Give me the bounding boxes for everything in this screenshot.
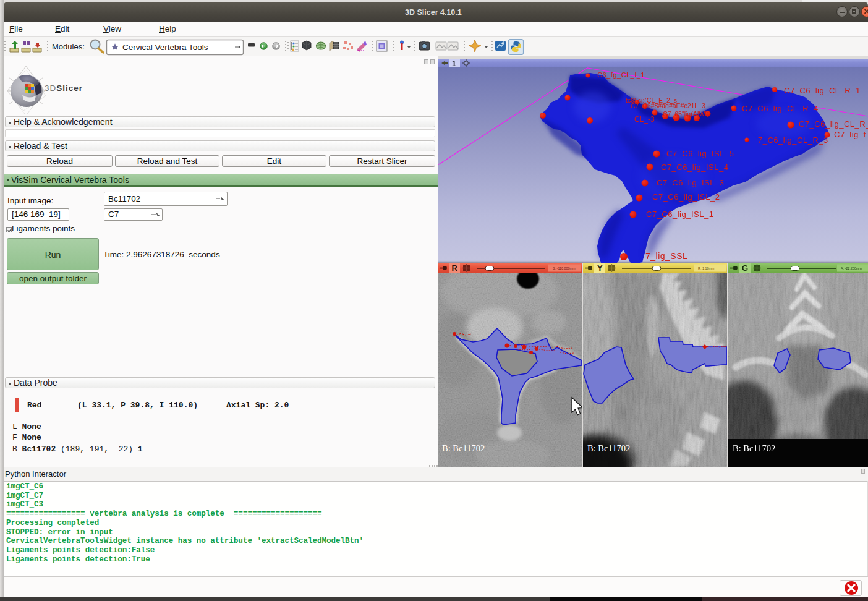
svg-text:CL_-3: CL_-3: [634, 115, 655, 124]
svg-text:7_lig_SSL: 7_lig_SSL: [645, 251, 687, 261]
svg-text:S: -110.000mm: S: -110.000mm: [553, 266, 576, 270]
svg-text:C7_C6_lig_ISL_2: C7_C6_lig_ISL_2: [652, 192, 720, 202]
svg-text:R: 1.18mm: R: 1.18mm: [698, 266, 715, 270]
svg-text:C7_C6_lig_ISL_4: C7_C6_lig_ISL_4: [661, 163, 728, 172]
svg-text:C6_fg_CL_I_1: C6_fg_CL_I_1: [597, 71, 645, 79]
svg-text:R: R: [452, 263, 458, 273]
svg-text:B: Bc11702: B: Bc11702: [587, 443, 630, 453]
svg-text:C7_C6_lig_ISL_1: C7_C6_lig_ISL_1: [646, 210, 713, 219]
svg-text:C7_C6#8#ag#aE#c21L_3: C7_C6#8#ag#aE#c21L_3: [631, 102, 705, 109]
svg-text:C7_C6_lig_CL_R_: C7_C6_lig_CL_R_: [799, 119, 868, 129]
svg-text:C7_C6_lig_ISL_3: C7_C6_lig_ISL_3: [657, 178, 724, 187]
svg-text:7_C6_lig_CL_R_3: 7_C6_lig_CL_R_3: [758, 135, 828, 145]
svg-text:A: -22.250mm: A: -22.250mm: [841, 266, 862, 270]
svg-text:B: Bc11702: B: Bc11702: [733, 443, 775, 453]
svg-text:Modules:: Modules:: [52, 42, 85, 51]
svg-text:G: G: [742, 263, 748, 273]
svg-text:1: 1: [452, 59, 456, 68]
svg-text:C7_C6_lig_ISL_5: C7_C6_lig_ISL_5: [666, 149, 734, 158]
svg-text:Cervical Vertebra Tools: Cervical Vertebra Tools: [122, 43, 208, 52]
svg-text:C7_65"lig(AIWl): C7_65"lig(AIWl): [663, 110, 708, 117]
svg-text:B: Bc11702: B: Bc11702: [442, 443, 485, 453]
svg-text:Y: Y: [597, 263, 603, 273]
svg-text:C7_C6_lig_CL_R_4: C7_C6_lig_CL_R_4: [742, 104, 819, 113]
svg-text:C7_C6_lig_CL_R_1: C7_C6_lig_CL_R_1: [784, 86, 861, 95]
svg-text:C7_lig_fT: C7_lig_fT: [834, 130, 868, 139]
